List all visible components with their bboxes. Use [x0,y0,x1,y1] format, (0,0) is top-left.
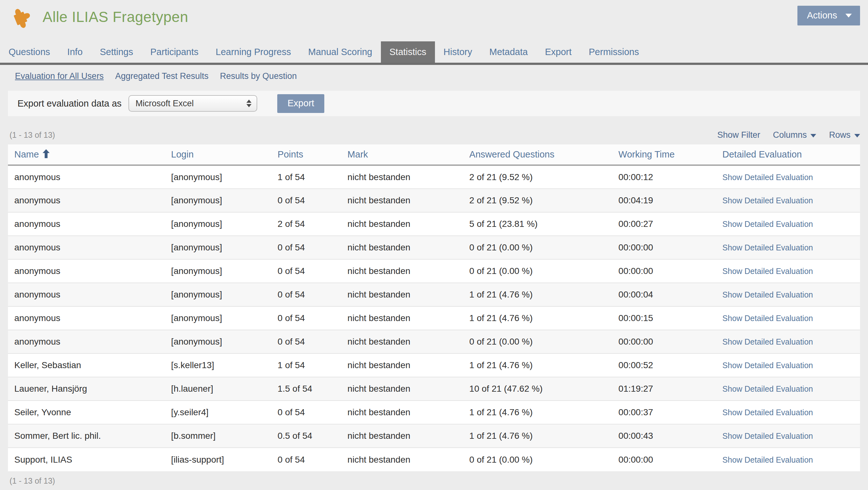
result-count-top: (1 - 13 of 13) [9,131,55,140]
cell-answered-questions: 5 of 21 (23.81 %) [463,212,612,236]
chevron-down-icon [854,134,860,138]
subtab-aggregated-test-results[interactable]: Aggregated Test Results [115,71,209,81]
cell-detailed-evaluation: Show Detailed Evaluation [716,236,860,259]
cell-login: [y.seiler4] [165,401,271,424]
cell-points: 0 of 54 [271,330,341,353]
column-header-login[interactable]: Login [165,144,271,165]
cell-detailed-evaluation: Show Detailed Evaluation [716,165,860,189]
table-row: anonymous[anonymous]0 of 54nicht bestand… [8,259,860,283]
sub-tabbar: Evaluation for All Users Aggregated Test… [0,65,868,86]
result-count-bottom: (1 - 13 of 13) [9,476,860,486]
cell-mark: nicht bestanden [341,236,463,259]
export-button[interactable]: Export [277,94,324,113]
tab-learning-progress[interactable]: Learning Progress [207,41,300,63]
cell-name: Support, ILIAS [8,448,165,471]
cell-working-time: 00:00:37 [612,401,716,424]
cell-name: anonymous [8,283,165,307]
cell-detailed-evaluation: Show Detailed Evaluation [716,353,860,377]
cell-working-time: 00:00:00 [612,259,716,283]
tab-manual-scoring[interactable]: Manual Scoring [300,41,381,63]
tab-export[interactable]: Export [536,41,580,63]
show-detailed-evaluation-link[interactable]: Show Detailed Evaluation [722,220,813,228]
cell-login: [ilias-support] [165,448,271,471]
show-detailed-evaluation-link[interactable]: Show Detailed Evaluation [722,408,813,417]
export-format-label: Export evaluation data as [18,98,121,109]
cell-mark: nicht bestanden [341,165,463,189]
show-detailed-evaluation-link[interactable]: Show Detailed Evaluation [722,173,813,182]
tab-participants[interactable]: Participants [142,41,207,63]
cell-working-time: 00:00:00 [612,330,716,353]
cell-answered-questions: 0 of 21 (0.00 %) [463,330,612,353]
cell-working-time: 01:19:27 [612,377,716,401]
show-detailed-evaluation-link[interactable]: Show Detailed Evaluation [722,361,813,370]
cell-name: Keller, Sebastian [8,353,165,377]
subtab-results-by-question[interactable]: Results by Question [220,71,297,81]
tab-permissions[interactable]: Permissions [580,41,648,63]
cell-working-time: 00:00:43 [612,424,716,448]
tab-statistics[interactable]: Statistics [381,41,435,63]
cell-points: 1 of 54 [271,165,341,189]
table-row: Sommer, Bert lic. phil.[b.sommer]0.5 of … [8,424,860,448]
cell-answered-questions: 1 of 21 (4.76 %) [463,307,612,330]
export-format-select[interactable]: Microsoft Excel [128,95,257,112]
show-detailed-evaluation-link[interactable]: Show Detailed Evaluation [722,243,813,252]
show-detailed-evaluation-link[interactable]: Show Detailed Evaluation [722,384,813,393]
cell-working-time: 00:00:52 [612,353,716,377]
tab-history[interactable]: History [435,41,481,63]
rows-dropdown[interactable]: Rows [829,130,860,140]
actions-button[interactable]: Actions [798,6,860,25]
cell-mark: nicht bestanden [341,212,463,236]
column-header-mark[interactable]: Mark [341,144,463,165]
show-detailed-evaluation-link[interactable]: Show Detailed Evaluation [722,337,813,346]
show-detailed-evaluation-link[interactable]: Show Detailed Evaluation [722,431,813,440]
cell-points: 0 of 54 [271,401,341,424]
table-row: anonymous[anonymous]2 of 54nicht bestand… [8,212,860,236]
tab-settings[interactable]: Settings [91,41,142,63]
cell-login: [b.sommer] [165,424,271,448]
columns-dropdown[interactable]: Columns [773,130,816,140]
cell-working-time: 00:00:00 [612,448,716,471]
cell-mark: nicht bestanden [341,259,463,283]
cell-name: Seiler, Yvonne [8,401,165,424]
tab-info[interactable]: Info [59,41,91,63]
cell-name: Sommer, Bert lic. phil. [8,424,165,448]
cell-detailed-evaluation: Show Detailed Evaluation [716,283,860,307]
cell-working-time: 00:04:19 [612,189,716,212]
table-header-row: Name Login Points Mark Answered Question… [8,144,860,165]
column-header-detailed-evaluation: Detailed Evaluation [716,144,860,165]
table-row: Seiler, Yvonne[y.seiler4]0 of 54nicht be… [8,401,860,424]
cell-working-time: 00:00:15 [612,307,716,330]
table-row: anonymous[anonymous]0 of 54nicht bestand… [8,189,860,212]
main-tabbar: Questions Info Settings Participants Lea… [0,41,868,65]
cell-mark: nicht bestanden [341,353,463,377]
subtab-evaluation-all-users[interactable]: Evaluation for All Users [15,71,104,81]
cell-detailed-evaluation: Show Detailed Evaluation [716,401,860,424]
show-detailed-evaluation-link[interactable]: Show Detailed Evaluation [722,455,813,464]
column-header-points[interactable]: Points [271,144,341,165]
select-updown-icon [246,99,251,107]
column-header-working-time[interactable]: Working Time [612,144,716,165]
cell-detailed-evaluation: Show Detailed Evaluation [716,189,860,212]
cell-points: 0 of 54 [271,448,341,471]
tab-metadata[interactable]: Metadata [481,41,536,63]
column-header-name[interactable]: Name [8,144,165,165]
column-header-answered-questions[interactable]: Answered Questions [463,144,612,165]
show-detailed-evaluation-link[interactable]: Show Detailed Evaluation [722,267,813,276]
cell-login: [anonymous] [165,283,271,307]
cell-detailed-evaluation: Show Detailed Evaluation [716,448,860,471]
cell-answered-questions: 1 of 21 (4.76 %) [463,283,612,307]
show-detailed-evaluation-link[interactable]: Show Detailed Evaluation [722,290,813,299]
cell-detailed-evaluation: Show Detailed Evaluation [716,212,860,236]
cell-mark: nicht bestanden [341,189,463,212]
show-detailed-evaluation-link[interactable]: Show Detailed Evaluation [722,196,813,205]
tab-questions[interactable]: Questions [0,41,59,63]
show-detailed-evaluation-link[interactable]: Show Detailed Evaluation [722,314,813,323]
cell-mark: nicht bestanden [341,330,463,353]
cell-points: 0 of 54 [271,189,341,212]
cell-points: 0 of 54 [271,307,341,330]
cell-detailed-evaluation: Show Detailed Evaluation [716,424,860,448]
show-filter-link[interactable]: Show Filter [717,130,760,140]
cell-points: 1.5 of 54 [271,377,341,401]
cell-points: 1 of 54 [271,353,341,377]
table-row: anonymous[anonymous]1 of 54nicht bestand… [8,165,860,189]
